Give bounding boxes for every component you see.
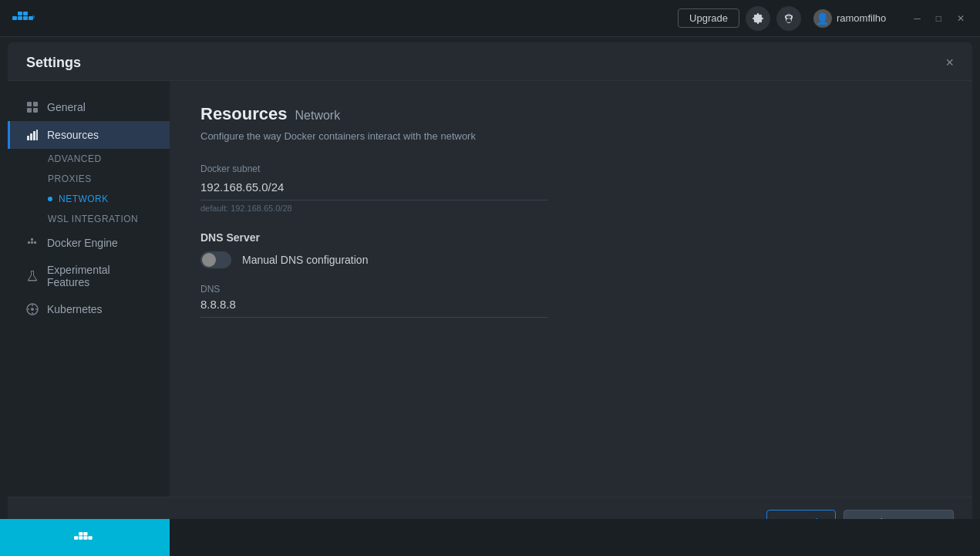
svg-rect-2 <box>23 16 28 20</box>
sidebar-sub-network-label: NETWORK <box>59 194 109 204</box>
svg-rect-3 <box>23 12 28 15</box>
sidebar-sub-proxies[interactable]: PROXIES <box>8 169 170 189</box>
svg-rect-11 <box>30 133 32 140</box>
svg-rect-8 <box>27 108 32 113</box>
sidebar-item-general-label: General <box>47 101 86 113</box>
svg-rect-6 <box>27 102 32 106</box>
docker-subnet-input[interactable] <box>200 177 547 200</box>
sidebar-item-kubernetes[interactable]: Kubernetes <box>8 295 170 323</box>
settings-body: General Resources ADVANCED <box>8 81 972 497</box>
manual-dns-label: Manual DNS configuration <box>242 254 368 266</box>
page-header: Resources Network <box>200 104 941 124</box>
svg-point-15 <box>31 308 34 311</box>
close-settings-button[interactable]: × <box>945 55 954 71</box>
settings-icon-button[interactable] <box>746 6 770 31</box>
sidebar-sub-network[interactable]: NETWORK <box>8 189 170 209</box>
user-avatar: 👤 <box>813 9 832 28</box>
svg-rect-18 <box>83 536 87 539</box>
main-content: Resources Network Configure the way Dock… <box>170 81 972 497</box>
toggle-thumb <box>202 253 216 267</box>
taskbar-docker-icon[interactable] <box>0 519 170 556</box>
sidebar-item-resources-label: Resources <box>47 129 99 141</box>
svg-rect-10 <box>27 136 29 140</box>
sidebar-item-resources[interactable]: Resources <box>8 121 170 149</box>
sidebar-sub-wsl[interactable]: WSL INTEGRATION <box>8 209 170 229</box>
titlebar: Upgrade 👤 ramomfilho ─ □ ✕ <box>0 0 980 37</box>
sidebar-sub-wsl-label: WSL INTEGRATION <box>48 214 138 224</box>
page-title: Resources <box>200 104 288 124</box>
kubernetes-icon <box>25 302 39 316</box>
svg-rect-0 <box>12 16 17 20</box>
dns-server-section: DNS Server Manual DNS configuration DNS … <box>200 231 941 318</box>
page-description: Configure the way Docker containers inte… <box>200 130 941 142</box>
docker-subnet-hint: default: 192.168.65.0/28 <box>200 204 941 213</box>
sidebar-item-general[interactable]: General <box>8 93 170 121</box>
bug-icon-button[interactable] <box>776 6 801 31</box>
svg-rect-13 <box>36 130 38 140</box>
settings-title: Settings <box>26 55 81 71</box>
sidebar-item-experimental-label: Experimental Features <box>47 264 154 288</box>
sidebar-item-docker-engine-label: Docker Engine <box>47 237 118 249</box>
dns-server-title: DNS Server <box>200 231 941 244</box>
titlebar-left <box>12 10 37 27</box>
dns-field-label: DNS <box>200 284 941 295</box>
sidebar-sub-advanced[interactable]: ADVANCED <box>8 149 170 169</box>
sidebar-item-kubernetes-label: Kubernetes <box>47 303 103 315</box>
page-subtitle: Network <box>295 109 341 123</box>
docker-subnet-label: Docker subnet <box>200 163 941 174</box>
close-button[interactable]: ✕ <box>954 12 968 25</box>
sidebar-item-experimental[interactable]: Experimental Features <box>8 257 170 295</box>
toggle-track <box>200 251 231 268</box>
maximize-button[interactable]: □ <box>933 12 945 25</box>
resources-icon <box>25 128 39 142</box>
username-label: ramomfilho <box>837 12 886 24</box>
svg-rect-19 <box>83 532 87 535</box>
sidebar-sub-advanced-label: ADVANCED <box>48 153 102 164</box>
settings-window: Settings × General <box>8 42 972 548</box>
svg-rect-12 <box>33 131 35 140</box>
svg-rect-7 <box>33 102 38 106</box>
sidebar-item-docker-engine[interactable]: Docker Engine <box>8 229 170 257</box>
docker-logo-icon <box>12 10 37 27</box>
dns-value-section: DNS 8.8.8.8 <box>200 284 941 318</box>
sidebar: General Resources ADVANCED <box>8 81 170 497</box>
svg-rect-16 <box>74 536 78 539</box>
manual-dns-toggle[interactable] <box>200 251 231 268</box>
general-icon <box>25 100 39 114</box>
svg-rect-17 <box>79 536 83 539</box>
svg-rect-9 <box>33 108 38 113</box>
user-button[interactable]: 👤 ramomfilho <box>807 6 892 31</box>
window-controls: ─ □ ✕ <box>911 12 968 25</box>
svg-rect-1 <box>18 16 22 20</box>
docker-subnet-section: Docker subnet default: 192.168.65.0/28 <box>200 163 941 213</box>
upgrade-button[interactable]: Upgrade <box>678 8 739 28</box>
svg-rect-5 <box>18 12 22 15</box>
titlebar-right: Upgrade 👤 ramomfilho ─ □ ✕ <box>678 6 968 31</box>
experimental-icon <box>25 269 39 283</box>
settings-header: Settings × <box>8 42 972 81</box>
dns-value: 8.8.8.8 <box>200 298 547 318</box>
minimize-button[interactable]: ─ <box>911 12 924 25</box>
svg-rect-20 <box>88 536 92 539</box>
taskbar <box>0 519 980 556</box>
docker-engine-icon <box>25 236 39 250</box>
active-dot-icon <box>48 197 52 201</box>
svg-rect-21 <box>79 532 83 535</box>
sidebar-sub-proxies-label: PROXIES <box>48 174 92 184</box>
manual-dns-row: Manual DNS configuration <box>200 251 941 268</box>
svg-rect-4 <box>29 16 33 20</box>
